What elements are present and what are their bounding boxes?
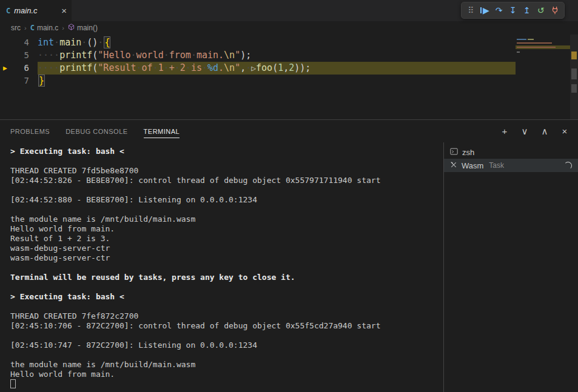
- debug-current-line-arrow-icon: ▶: [3, 62, 7, 75]
- code-token: int: [38, 37, 54, 48]
- code-token: foo: [256, 62, 272, 73]
- code-token: from: [169, 50, 191, 61]
- terminal-output[interactable]: > Executing task: bash < THREAD CREATED …: [0, 142, 443, 392]
- breadcrumb-item-main[interactable]: main(): [68, 24, 98, 32]
- vscode-window: C main.c × ⠿▶↷↧↥↺ src›Cmain.c›main() 4in…: [0, 0, 578, 392]
- terminal-line: [10, 185, 443, 195]
- code-editor[interactable]: 4int·main·()·{5····printf("Hello·world·f…: [0, 35, 578, 119]
- minimap-code-line: [517, 42, 552, 44]
- panel-body: > Executing task: bash < THREAD CREATED …: [0, 142, 578, 392]
- breadcrumb-separator-icon: ›: [24, 24, 27, 32]
- code-token: printf: [59, 62, 92, 73]
- code-line-5[interactable]: 5····printf("Hello·world·from·main.\n");: [0, 49, 578, 62]
- code-token: ·: [81, 37, 87, 48]
- terminal-icon: [450, 148, 458, 157]
- new-terminal-icon[interactable]: +: [500, 126, 509, 137]
- disconnect-icon[interactable]: [548, 3, 562, 18]
- close-tab-icon[interactable]: ×: [61, 6, 67, 15]
- line-number-gutter[interactable]: ▶6: [0, 62, 38, 75]
- terminal-line: Hello world from main.: [10, 224, 443, 234]
- code-line-6[interactable]: ▶6····printf("Result·of·1·+·2·is·%d.\n",…: [0, 62, 578, 75]
- code-token: ·: [54, 37, 59, 48]
- code-token: \n: [224, 62, 235, 73]
- breadcrumb-item-src[interactable]: src: [11, 24, 21, 32]
- code-token: 2: [289, 62, 294, 73]
- editor-tab-bar: C main.c × ⠿▶↷↧↥↺: [0, 0, 578, 21]
- code-token: "Result: [98, 62, 136, 73]
- restart-icon[interactable]: ↺: [534, 3, 548, 18]
- overview-ruler-mark: [571, 68, 577, 79]
- code-token: world: [136, 50, 164, 61]
- code-token: 1: [158, 62, 164, 73]
- line-number-gutter[interactable]: 5: [0, 49, 38, 62]
- code-token: of: [142, 62, 153, 73]
- code-line-4[interactable]: 4int·main·()·{: [0, 36, 578, 49]
- overview-ruler-mark: [571, 51, 577, 59]
- code-text: ····printf("Hello·world·from·main.\n");: [38, 49, 251, 62]
- line-number: 4: [24, 38, 29, 47]
- panel-header: PROBLEMSDEBUG CONSOLETERMINAL +∨∧×: [0, 120, 578, 142]
- code-token: ·: [175, 62, 180, 73]
- terminal-line: [10, 379, 443, 389]
- code-token: is: [191, 62, 202, 73]
- terminal-line: THREAD CREATED 7fef872c2700: [10, 311, 443, 321]
- code-token: ": [235, 62, 240, 73]
- code-token: );: [240, 50, 251, 61]
- terminal-line: [10, 205, 443, 214]
- continue-icon[interactable]: ▶: [478, 3, 492, 18]
- debug-toolbar: ⠿▶↷↧↥↺: [461, 2, 565, 19]
- panel-actions: +∨∧×: [500, 126, 570, 137]
- terminal-line: [10, 350, 443, 360]
- panel-tab-terminal[interactable]: TERMINAL: [144, 125, 180, 138]
- step-into-icon[interactable]: ↧: [506, 3, 520, 18]
- terminal-line: wasm-debug-server-ctr: [10, 244, 443, 253]
- terminal-cursor: [10, 379, 16, 388]
- line-number-gutter[interactable]: 4: [0, 36, 38, 49]
- breadcrumb: src›Cmain.c›main(): [0, 21, 578, 35]
- minimap[interactable]: [516, 36, 570, 79]
- code-token: ": [235, 50, 240, 61]
- panel-tab-debug-console[interactable]: DEBUG CONSOLE: [66, 125, 127, 138]
- terminal-line: Hello world from main.: [10, 370, 443, 379]
- terminal-list-item-zsh[interactable]: zsh: [444, 145, 578, 159]
- inline-run-icon: ▷: [251, 64, 256, 73]
- overview-ruler[interactable]: [570, 35, 578, 119]
- code-token: ·: [186, 62, 191, 73]
- terminal-dropdown-icon[interactable]: ∨: [520, 126, 529, 137]
- line-number: 6: [24, 63, 29, 73]
- code-token: ));: [294, 62, 311, 73]
- line-number-gutter[interactable]: 7: [0, 75, 38, 87]
- terminal-list-label: zsh: [462, 148, 474, 157]
- code-token: \n: [224, 50, 235, 61]
- terminal-line: [10, 156, 443, 166]
- code-token: main: [59, 37, 81, 48]
- breadcrumb-item-mainc[interactable]: Cmain.c: [30, 24, 59, 32]
- code-line-7[interactable]: 7}: [0, 75, 578, 87]
- terminal-line: [02:45:10:747 - 872C2700]: Listening on …: [10, 341, 443, 350]
- terminal-line: Terminal will be reused by tasks, press …: [10, 273, 443, 282]
- toolbar-drag-gripper-icon[interactable]: ⠿: [464, 3, 478, 18]
- code-text: ····printf("Result·of·1·+·2·is·%d.\n",·▷…: [38, 62, 516, 75]
- code-token: +: [169, 62, 175, 73]
- terminal-list-label: Wasm: [462, 161, 483, 170]
- terminal-line: [02:44:52:880 - BE8E8700]: Listening on …: [10, 195, 443, 205]
- maximize-panel-icon[interactable]: ∧: [540, 126, 549, 137]
- minimap-code-line: [517, 47, 556, 48]
- terminal-line: [10, 331, 443, 341]
- terminal-line: the module name is /mnt/build/main.wasm: [10, 360, 443, 370]
- code-token: %d: [207, 62, 218, 73]
- code-token: ·: [202, 62, 207, 73]
- tab-main-c[interactable]: C main.c ×: [0, 0, 72, 21]
- code-token: (: [92, 50, 98, 61]
- code-token: ·: [164, 62, 169, 73]
- terminal-line: wasm-debug-server-ctr: [10, 253, 443, 263]
- terminal-list-item-wasm[interactable]: WasmTask: [444, 159, 578, 172]
- terminal-line: [02:44:52:826 - BE8E8700]: control threa…: [10, 176, 443, 185]
- step-out-icon[interactable]: ↥: [520, 3, 534, 18]
- close-panel-icon[interactable]: ×: [560, 126, 570, 137]
- terminal-line: > Executing task: bash <: [10, 147, 443, 156]
- minimap-code-line: [517, 39, 526, 40]
- code-text: }: [38, 75, 45, 87]
- panel-tab-problems[interactable]: PROBLEMS: [10, 125, 50, 138]
- step-over-icon[interactable]: ↷: [492, 3, 506, 18]
